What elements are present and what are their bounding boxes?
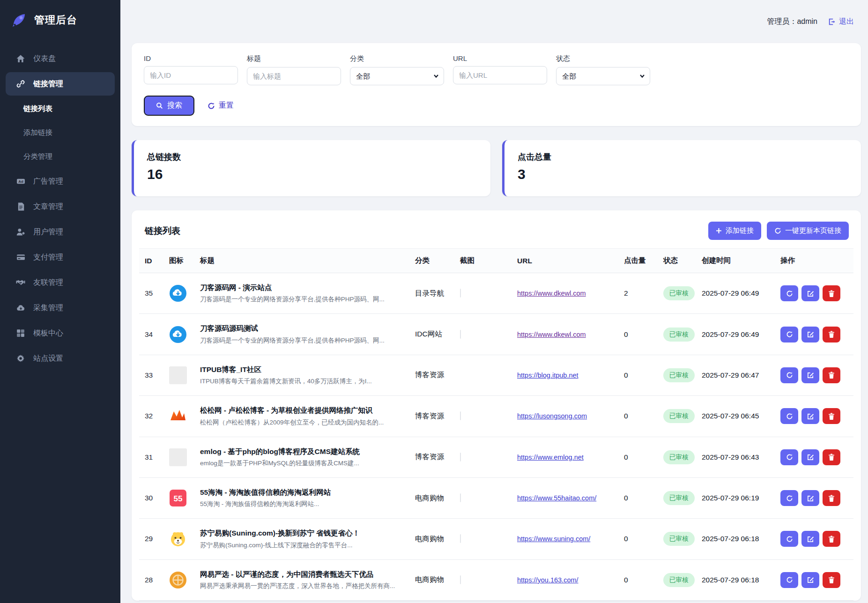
row-subtitle: emlog是一款基于PHP和MySQL的轻量级博客及CMS建... bbox=[200, 459, 415, 468]
row-title: 苏宁易购(Suning.com)-换新到苏宁 省钱更省心！ bbox=[200, 529, 415, 537]
row-url-link[interactable]: https://www.suning.com/ bbox=[517, 535, 590, 543]
column-header: 分类 bbox=[415, 249, 460, 273]
row-url-link[interactable]: https://www.emlog.net bbox=[517, 454, 584, 461]
admin-info: 管理员：admin bbox=[767, 17, 817, 27]
ad-icon: Ad bbox=[16, 177, 25, 186]
status-select[interactable]: 全部 bbox=[556, 67, 650, 85]
row-refresh-button[interactable] bbox=[780, 490, 798, 506]
row-edit-button[interactable] bbox=[801, 327, 819, 342]
filter-category: 分类 全部 bbox=[350, 54, 444, 85]
filter-status: 状态 全部 bbox=[556, 54, 650, 85]
row-refresh-button[interactable] bbox=[780, 449, 798, 465]
row-delete-button[interactable] bbox=[823, 408, 840, 424]
yanxuan-icon bbox=[169, 571, 187, 589]
row-url-link[interactable]: https://www.55haitao.com/ bbox=[517, 494, 596, 502]
sidebar-subitem-category-management[interactable]: 分类管理 bbox=[6, 145, 115, 168]
row-url-link[interactable]: https://www.dkewl.com bbox=[517, 331, 586, 338]
row-delete-button[interactable] bbox=[823, 285, 840, 301]
row-clicks: 0 bbox=[624, 402, 663, 430]
row-url-link[interactable]: https://www.dkewl.com bbox=[517, 290, 586, 297]
reset-button[interactable]: 重置 bbox=[208, 101, 234, 111]
row-edit-button[interactable] bbox=[801, 408, 819, 424]
row-delete-button[interactable] bbox=[823, 490, 840, 506]
row-url-link[interactable]: https://you.163.com/ bbox=[517, 576, 579, 584]
row-edit-button[interactable] bbox=[801, 285, 819, 301]
cloud-icon bbox=[16, 303, 25, 313]
row-created-time: 2025-07-29 06:19 bbox=[702, 484, 780, 512]
sidebar-item-link-management[interactable]: 链接管理 bbox=[6, 72, 115, 96]
payment-icon bbox=[16, 253, 25, 262]
row-refresh-button[interactable] bbox=[780, 327, 798, 342]
row-created-time: 2025-07-29 06:18 bbox=[702, 566, 780, 594]
row-edit-button[interactable] bbox=[801, 449, 819, 465]
row-id: 31 bbox=[145, 443, 169, 471]
row-refresh-button[interactable] bbox=[780, 531, 798, 547]
sidebar-item-dashboard[interactable]: 仪表盘 bbox=[6, 47, 115, 70]
row-title: 松松网 - 卢松松博客 - 为草根创业者提供网络推广知识 bbox=[200, 406, 415, 415]
row-screenshot bbox=[460, 330, 461, 339]
sidebar-item-ad-management[interactable]: Ad 广告管理 bbox=[6, 170, 115, 193]
cloud-download-icon bbox=[169, 326, 187, 343]
sidebar-item-friendlink-management[interactable]: 友联管理 bbox=[6, 271, 115, 294]
row-clicks: 0 bbox=[624, 361, 663, 389]
title-input[interactable] bbox=[247, 67, 341, 85]
row-title: 刀客源码源码测试 bbox=[200, 324, 415, 333]
sidebar-item-site-settings[interactable]: 站点设置 bbox=[6, 347, 115, 370]
row-url-link[interactable]: https://lusongsong.com bbox=[517, 412, 587, 420]
row-edit-button[interactable] bbox=[801, 490, 819, 506]
stat-card-total-clicks: 点击总量 3 bbox=[502, 140, 861, 196]
row-id: 32 bbox=[145, 402, 169, 430]
row-edit-button[interactable] bbox=[801, 572, 819, 588]
row-id: 35 bbox=[145, 279, 169, 307]
table-body: 35 刀客源码网 - 演示站点 刀客源码是一个专业的网络资源分享平台,提供各种P… bbox=[139, 273, 853, 601]
table-row: 32 松松网 - 卢松松博客 - 为草根创业者提供网络推广知识 松松网（卢松松博… bbox=[139, 396, 853, 437]
row-delete-button[interactable] bbox=[823, 572, 840, 588]
row-edit-button[interactable] bbox=[801, 367, 819, 383]
sidebar-subitem-link-list[interactable]: 链接列表 bbox=[6, 97, 115, 120]
row-title-cell: 刀客源码源码测试 刀客源码是一个专业的网络资源分享平台,提供各种PHP源码、网.… bbox=[200, 314, 415, 354]
row-id: 29 bbox=[145, 525, 169, 553]
category-select[interactable]: 全部 bbox=[350, 67, 444, 85]
sidebar: 管理后台 仪表盘 链接管理 链接列表 添加链接 分类管理 Ad 广告管理 文章管… bbox=[0, 0, 120, 603]
row-refresh-button[interactable] bbox=[780, 285, 798, 301]
sidebar-item-payment-management[interactable]: 支付管理 bbox=[6, 246, 115, 269]
sidebar-item-collection-management[interactable]: 采集管理 bbox=[6, 296, 115, 320]
row-created-time: 2025-07-29 06:47 bbox=[702, 361, 780, 389]
row-clicks: 0 bbox=[624, 484, 663, 512]
url-input[interactable] bbox=[453, 66, 547, 84]
refresh-page-links-button[interactable]: 一键更新本页链接 bbox=[767, 222, 849, 240]
search-panel: ID 标题 分类 全部 URL bbox=[132, 43, 861, 126]
row-clicks: 2 bbox=[624, 279, 663, 307]
search-button[interactable]: 搜索 bbox=[144, 96, 194, 116]
column-header: 截图 bbox=[460, 249, 517, 273]
row-title-cell: emlog - 基于php的blog博客程序及CMS建站系统 emlog是一款基… bbox=[200, 437, 415, 477]
row-category: 博客资源 bbox=[415, 442, 460, 472]
row-delete-button[interactable] bbox=[823, 327, 840, 342]
row-delete-button[interactable] bbox=[823, 531, 840, 547]
add-link-button[interactable]: 添加链接 bbox=[708, 222, 761, 240]
sidebar-subitem-add-link[interactable]: 添加链接 bbox=[6, 121, 115, 144]
sidebar-item-user-management[interactable]: 用户管理 bbox=[6, 220, 115, 244]
sidebar-item-article-management[interactable]: 文章管理 bbox=[6, 195, 115, 218]
row-delete-button[interactable] bbox=[823, 449, 840, 465]
row-category: 电商购物 bbox=[415, 484, 460, 513]
total-clicks-value: 3 bbox=[518, 166, 848, 182]
haitao55-icon: 55 bbox=[169, 489, 187, 507]
row-id: 34 bbox=[145, 320, 169, 349]
table-row: 34 刀客源码源码测试 刀客源码是一个专业的网络资源分享平台,提供各种PHP源码… bbox=[139, 314, 853, 355]
logout-button[interactable]: 退出 bbox=[828, 17, 854, 27]
row-id: 33 bbox=[145, 361, 169, 389]
suning-icon bbox=[169, 530, 187, 548]
row-screenshot bbox=[460, 411, 461, 420]
row-refresh-button[interactable] bbox=[780, 408, 798, 424]
row-refresh-button[interactable] bbox=[780, 367, 798, 383]
row-edit-button[interactable] bbox=[801, 531, 819, 547]
row-category: 电商购物 bbox=[415, 524, 460, 554]
row-refresh-button[interactable] bbox=[780, 572, 798, 588]
row-delete-button[interactable] bbox=[823, 367, 840, 383]
row-title-cell: 刀客源码网 - 演示站点 刀客源码是一个专业的网络资源分享平台,提供各种PHP源… bbox=[200, 273, 415, 313]
row-created-time: 2025-07-29 06:49 bbox=[702, 279, 780, 307]
sidebar-item-template-center[interactable]: 模板中心 bbox=[6, 321, 115, 345]
id-input[interactable] bbox=[144, 66, 238, 84]
row-url-link[interactable]: https://blog.itpub.net bbox=[517, 372, 579, 379]
